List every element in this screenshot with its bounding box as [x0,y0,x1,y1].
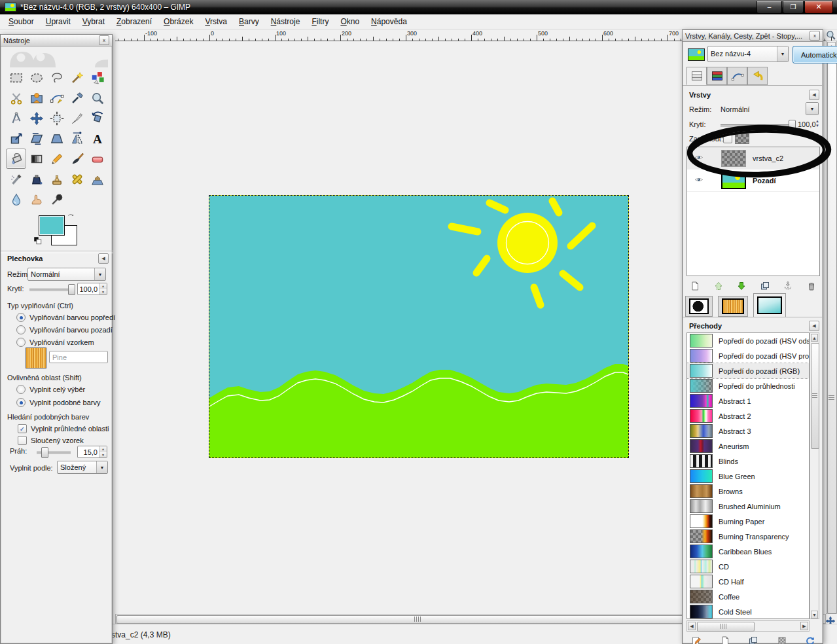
restore-button[interactable]: ❐ [783,1,804,14]
free-select-tool[interactable] [46,67,67,88]
gradient-row[interactable]: CD [687,559,809,574]
window-titlebar[interactable]: *Bez názvu-4.0 (RGB, 2 vrstvy) 640x400 –… [0,0,837,14]
zoom-tool[interactable] [87,88,107,108]
radio-icon[interactable] [16,398,26,407]
scale-tool[interactable] [6,128,26,149]
checkbox-similar-checkboxes-0[interactable]: ✓Vyplnit průhledné oblasti [18,424,109,433]
refresh-gradients-icon[interactable] [802,634,819,644]
menu-item-filtry[interactable]: Filtry [306,15,334,28]
radio-fill-type-options-0[interactable]: Vyplňování barvou popředí [16,313,115,322]
shear-tool[interactable] [26,128,46,149]
text-tool[interactable]: A [87,128,107,149]
opacity-slider[interactable] [29,289,71,291]
rotate-tool[interactable] [87,108,107,128]
gradient-row[interactable]: Cold Steel [687,604,809,619]
crop-tool[interactable] [67,108,87,128]
eraser-tool[interactable] [87,149,107,169]
opacity-slider-handle[interactable] [68,284,75,295]
gradient-row[interactable]: Aneurism [687,438,809,454]
fill-by-select[interactable]: Složený▼ [57,461,108,474]
layers-collapse-icon[interactable]: ◀ [809,90,819,100]
layer-row-vrstva_c2[interactable]: vrstva_c2 [687,147,819,170]
image-select[interactable]: Bez názvu-4▼ [707,46,789,62]
measure-tool[interactable] [6,108,26,128]
dock-titlebar[interactable]: Vrstvy, Kanály, Cesty, Zpět - Stopy,... … [683,30,823,42]
foreground-color-swatch[interactable] [39,215,65,236]
gradient-row[interactable]: Popředí do pozadí (HSV proti sr [687,348,809,363]
smudge-tool[interactable] [26,189,46,209]
paintbrush-tool[interactable] [67,149,87,169]
anchor-layer-icon[interactable] [779,279,796,293]
gradient-row[interactable]: Coffee [687,589,809,604]
opacity-spinner[interactable]: 100,0 ▲▼ [77,283,107,295]
gradient-row[interactable]: Abstract 2 [687,408,809,423]
menu-item-zobrazeni[interactable]: Zobrazení [111,15,158,28]
lower-layer-icon[interactable] [733,279,750,293]
radio-affected-options-1[interactable]: Vyplnit podobné barvy [16,398,100,407]
ink-tool[interactable] [26,169,46,189]
gradient-row[interactable]: Blinds [687,454,809,469]
menu-item-obrazek[interactable]: Obrázek [158,15,199,28]
toolbox-titlebar[interactable]: Nástroje x [1,35,112,46]
gradient-row[interactable]: Browns [687,484,809,499]
menu-item-upravit[interactable]: Upravit [40,15,77,28]
blur-sharpen-tool[interactable] [6,189,26,209]
delete-layer-icon[interactable] [803,279,820,293]
new-layer-icon[interactable] [686,279,703,293]
scissors-select-tool[interactable] [6,88,26,108]
move-tool[interactable] [26,108,46,128]
reset-colors-icon[interactable] [33,236,42,245]
gradient-row[interactable]: Brushed Aluminium [687,499,809,514]
pattern-preview[interactable] [26,348,46,368]
heal-tool[interactable] [67,169,87,189]
radio-icon[interactable] [16,338,26,347]
tool-options-collapse-icon[interactable]: ◀ [98,253,109,264]
rect-select-tool[interactable] [6,67,26,88]
minimize-button[interactable]: – [757,1,782,14]
auto-button[interactable]: Automaticky [792,46,837,63]
dock-close-icon[interactable]: x [810,31,820,41]
lock-checkbox[interactable] [723,134,732,143]
pattern-name-field[interactable]: Pine [49,351,108,363]
layer-visibility-icon[interactable] [687,154,709,162]
tab-brushes[interactable] [685,296,713,317]
new-gradient-icon[interactable] [717,634,734,644]
lock-alpha-icon[interactable] [735,134,749,144]
align-tool[interactable] [46,108,67,128]
threshold-spinner[interactable]: 15,0 ▲▼ [77,446,107,458]
toolbox-close-icon[interactable]: x [99,35,109,45]
tab-undo[interactable] [747,67,768,85]
radio-icon[interactable] [16,385,26,394]
checkbox-icon[interactable] [18,436,27,445]
color-picker-tool[interactable] [67,88,87,108]
layer-mode-select[interactable]: ▼ [806,102,819,115]
menu-item-nastroje[interactable]: Nástroje [265,15,306,28]
zoom-follow-icon[interactable] [825,29,836,41]
menu-item-barvy[interactable]: Barvy [233,15,265,28]
delete-gradient-icon[interactable] [774,634,791,644]
foreground-select-tool[interactable] [26,88,46,108]
radio-icon[interactable] [16,313,26,322]
swap-colors-icon[interactable] [66,213,75,221]
ellipse-select-tool[interactable] [26,67,46,88]
pencil-tool[interactable] [46,149,67,169]
flip-tool[interactable] [67,128,87,149]
duplicate-layer-icon[interactable] [757,279,774,293]
menu-item-napoveda[interactable]: Nápověda [365,15,413,28]
gradient-row[interactable]: Abstract 1 [687,393,809,408]
tab-layers[interactable] [686,67,707,85]
duplicate-gradient-icon[interactable] [745,634,762,644]
gradients-hscrollbar[interactable]: ◀ ▶ [686,620,810,632]
gradients-collapse-icon[interactable]: ◀ [809,321,819,331]
layer-row-Pozadí[interactable]: Pozadí [687,170,819,192]
gradient-row[interactable]: Burning Paper [687,514,809,529]
clone-tool[interactable] [46,169,67,189]
bucket-fill-tool[interactable] [6,149,26,169]
layer-opacity-spin-icons[interactable]: ▲▼ [815,119,819,128]
mode-select[interactable]: Normální▼ [27,268,106,281]
layer-opacity-slider[interactable] [721,124,794,127]
dodge-burn-tool[interactable] [46,189,67,209]
perspective-clone-tool[interactable] [87,169,107,189]
close-button[interactable]: ✕ [804,1,833,14]
menu-item-soubor[interactable]: Soubor [3,15,40,28]
